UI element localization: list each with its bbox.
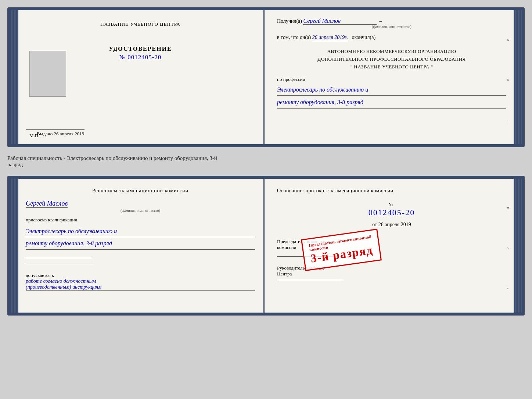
right-deco-2: и а ← (505, 190, 511, 309)
cert-title: УДОСТОВЕРЕНИЕ (109, 46, 172, 52)
protocol-number: 0012405-20 (277, 208, 506, 217)
qual-line-2: ремонту оборудования, 3-й разряд (26, 238, 255, 249)
spine-right-2 (514, 179, 522, 313)
cert-right-page-1: Получил(а) Сергей Маслов – (фамилия, имя… (266, 10, 514, 144)
decision-title: Решением экзаменационной комиссии (26, 188, 255, 194)
issued-line: Выдано 26 апреля 2019 (37, 131, 255, 137)
name-subtitle-1: (фамилия, имя, отчество) (277, 25, 506, 29)
received-name: Сергей Маслов (303, 18, 377, 25)
between-text: Рабочая специальность - Электрослесарь п… (7, 154, 525, 169)
protocol-date: от 26 апреля 2019 (277, 222, 506, 228)
basis-line: Основание: протокол экзаменационной коми… (277, 188, 506, 194)
date-handwritten-1: 26 апреля 2019г. (312, 35, 348, 41)
qualification-label: присвоена квалификация (26, 217, 255, 223)
cert-title-block: УДОСТОВЕРЕНИЕ № 0012405-20 (109, 46, 172, 61)
sig-block-2 (277, 280, 343, 280)
received-line: Получил(а) Сергей Маслов – (фамилия, имя… (277, 18, 506, 29)
signature-lines (26, 258, 255, 265)
mp-label: М.П. (29, 133, 39, 139)
person-subtitle: (фамилия, имя, отчество) (26, 209, 255, 213)
certificate-card-1: НАЗВАНИЕ УЧЕБНОГО ЦЕНТРА УДОСТОВЕРЕНИЕ №… (7, 7, 525, 147)
person-name-hw: Сергей Маслов (26, 200, 68, 208)
card2-left-page: Решением экзаменационной комиссии Сергей… (18, 179, 266, 313)
person-name-block: Сергей Маслов (фамилия, имя, отчество) (26, 200, 255, 217)
card2-right-page: Основание: протокол экзаменационной коми… (266, 179, 514, 313)
qualification-hw: Электрослесарь по обслуживанию и ремонту… (26, 226, 255, 250)
spine-left-2 (10, 179, 18, 313)
page-container: НАЗВАНИЕ УЧЕБНОГО ЦЕНТРА УДОСТОВЕРЕНИЕ №… (7, 7, 525, 316)
stamp: Председатель экзаменационной комиссии 3-… (301, 229, 382, 271)
org-block-1: АВТОНОМНУЮ НЕКОММЕРЧЕСКУЮ ОРГАНИЗАЦИЮ ДО… (277, 48, 506, 71)
profession-label-1: по профессии (277, 76, 506, 82)
protocol-number-block: № 0012405-20 (277, 201, 506, 220)
cert-left-page-1: НАЗВАНИЕ УЧЕБНОГО ЦЕНТРА УДОСТОВЕРЕНИЕ №… (18, 10, 266, 144)
sig-line-2 (26, 264, 92, 264)
spine-left (10, 10, 18, 144)
допускается-hw: работе согласно должностным(производстве… (26, 278, 255, 291)
right-deco-1: и а ← (505, 21, 511, 140)
org-name-top: НАЗВАНИЕ УЧЕБНОГО ЦЕНТРА (100, 21, 180, 27)
profession-hw-2: ремонту оборудования, 3-й разряд (277, 97, 506, 109)
profession-hw-1: Электрослесарь по обслуживанию и (277, 85, 506, 96)
certificate-card-2: Решением экзаменационной комиссии Сергей… (7, 176, 525, 316)
qual-line-1: Электрослесарь по обслуживанию и (26, 226, 255, 237)
spine-right-1 (514, 10, 522, 144)
sig-line-1 (26, 258, 92, 258)
допускается-block: допускается к работе согласно должностны… (26, 272, 255, 291)
photo-placeholder (29, 51, 66, 97)
cert-number: № 0012405-20 (119, 54, 162, 61)
date-line-1: в том, что он(а) 26 апреля 2019г. окончи… (277, 35, 506, 40)
